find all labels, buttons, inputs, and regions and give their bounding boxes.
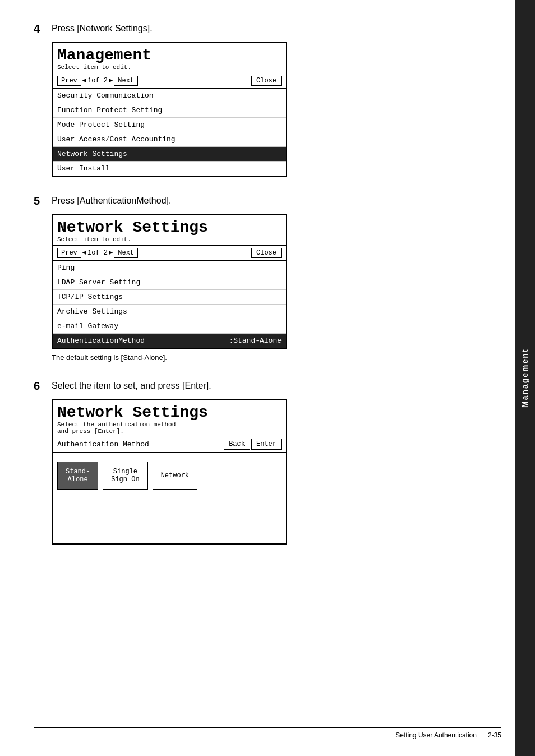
step4-page-info: 1of 2 xyxy=(87,77,108,85)
step5-screen: Network Settings Select item to edit. Pr… xyxy=(52,214,287,349)
step6-auth-label: Authentication Method xyxy=(57,440,149,449)
main-content: 4 Press [Network Settings]. Management S… xyxy=(0,0,515,756)
step6-instruction: Select the item to set, and press [Enter… xyxy=(52,380,211,391)
step4-item-5[interactable]: User Install xyxy=(53,162,286,176)
step4-item-3[interactable]: User Access/Cost Accounting xyxy=(53,132,286,147)
step4-screen-title: Management xyxy=(53,43,286,64)
step5-item-5[interactable]: AuthenticationMethod :Stand-Alone xyxy=(53,334,286,348)
step4-item-1[interactable]: Function Protect Setting xyxy=(53,103,286,118)
step4-item-0[interactable]: Security Communication xyxy=(53,89,286,103)
step4-item-2[interactable]: Mode Protect Setting xyxy=(53,118,286,132)
step5-page-info: 1of 2 xyxy=(87,249,108,257)
step6-screen-title: Network Settings xyxy=(57,404,282,421)
step5-next-btn[interactable]: Next xyxy=(114,248,138,258)
step4-block: 4 Press [Network Settings]. Management S… xyxy=(34,22,481,177)
step5-close-btn[interactable]: Close xyxy=(251,248,282,258)
step6-option-network[interactable]: Network xyxy=(153,462,197,490)
step5-prev-btn[interactable]: Prev xyxy=(57,248,81,258)
step5-nav-arrow-left: ◄ xyxy=(82,249,86,257)
step4-header: 4 Press [Network Settings]. xyxy=(34,22,481,35)
step5-nav-bar: Prev ◄ 1of 2 ► Next Close xyxy=(53,245,286,261)
step4-nav-left: Prev ◄ 1of 2 ► Next xyxy=(57,76,138,86)
step5-item-2[interactable]: TCP/IP Settings xyxy=(53,290,286,305)
step5-item-3[interactable]: Archive Settings xyxy=(53,305,286,319)
footer-page: 2-35 xyxy=(488,731,501,739)
footer: Setting User Authentication 2-35 xyxy=(34,727,501,739)
step4-next-btn[interactable]: Next xyxy=(114,76,138,86)
step6-screen: Network Settings Select the authenticati… xyxy=(52,399,287,545)
step4-item-4[interactable]: Network Settings xyxy=(53,147,286,162)
step6-header: 6 Select the item to set, and press [Ent… xyxy=(34,380,481,393)
page-container: 4 Press [Network Settings]. Management S… xyxy=(0,0,535,756)
step5-instruction: Press [AuthenticationMethod]. xyxy=(52,195,171,206)
side-tab: Management xyxy=(515,0,535,756)
step5-number: 5 xyxy=(34,195,49,208)
step6-auth-row: Authentication Method Back Enter xyxy=(53,436,286,453)
step5-nav-left: Prev ◄ 1of 2 ► Next xyxy=(57,248,138,258)
step5-item-5-value: :Stand-Alone xyxy=(229,336,282,345)
step5-item-5-label: AuthenticationMethod xyxy=(57,336,145,345)
step6-screen-subtitle2: and press [Enter]. xyxy=(57,428,282,435)
step5-item-4[interactable]: e-mail Gateway xyxy=(53,319,286,334)
step4-screen-subtitle: Select item to edit. xyxy=(53,64,286,73)
step6-option-standalone[interactable]: Stand-Alone xyxy=(57,462,98,490)
step6-option-sso[interactable]: SingleSign On xyxy=(103,462,147,490)
step5-block: 5 Press [AuthenticationMethod]. Network … xyxy=(34,195,481,362)
footer-text: Setting User Authentication 2-35 xyxy=(395,731,501,739)
step5-item-1[interactable]: LDAP Server Setting xyxy=(53,275,286,290)
step6-number: 6 xyxy=(34,380,49,393)
step4-prev-btn[interactable]: Prev xyxy=(57,76,81,86)
step6-back-btn[interactable]: Back xyxy=(224,439,250,450)
step4-nav-arrow-left: ◄ xyxy=(82,77,86,85)
step4-nav-bar: Prev ◄ 1of 2 ► Next Close xyxy=(53,73,286,89)
step6-screen-header: Network Settings Select the authenticati… xyxy=(53,400,286,436)
step5-nav-arrow-right: ► xyxy=(109,249,113,257)
step6-enter-btn[interactable]: Enter xyxy=(251,439,282,450)
step5-item-0[interactable]: Ping xyxy=(53,261,286,275)
step5-screen-subtitle: Select item to edit. xyxy=(53,236,286,245)
step5-header: 5 Press [AuthenticationMethod]. xyxy=(34,195,481,208)
step4-close-btn[interactable]: Close xyxy=(251,76,282,86)
step6-block: 6 Select the item to set, and press [Ent… xyxy=(34,380,481,545)
step4-instruction: Press [Network Settings]. xyxy=(52,22,153,34)
step5-note: The default setting is [Stand-Alone]. xyxy=(52,353,481,362)
step4-screen: Management Select item to edit. Prev ◄ 1… xyxy=(52,42,287,177)
step6-auth-btns: Back Enter xyxy=(224,439,282,450)
step4-number: 4 xyxy=(34,22,49,35)
footer-label: Setting User Authentication xyxy=(395,731,477,739)
side-tab-label: Management xyxy=(520,348,529,408)
step6-screen-subtitle1: Select the authentication method xyxy=(57,421,282,428)
step4-nav-arrow-right: ► xyxy=(109,77,113,85)
step5-screen-title: Network Settings xyxy=(53,215,286,236)
step6-auth-options: Stand-Alone SingleSign On Network xyxy=(53,453,286,499)
